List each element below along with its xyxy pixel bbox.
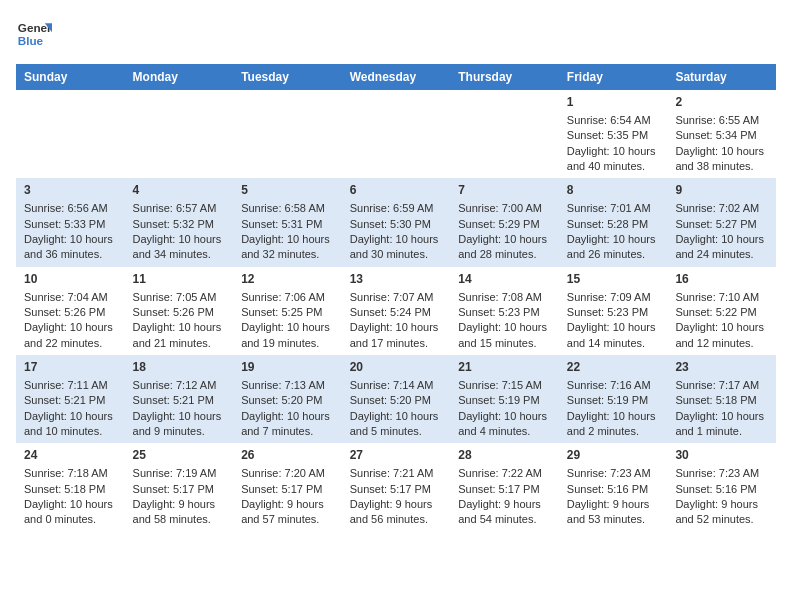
day-info: Sunrise: 7:01 AM — [567, 201, 660, 216]
header-tuesday: Tuesday — [233, 64, 342, 90]
day-info: Daylight: 10 hours and 24 minutes. — [675, 232, 768, 263]
day-number: 10 — [24, 271, 117, 288]
day-number: 11 — [133, 271, 226, 288]
day-info: Sunset: 5:20 PM — [241, 393, 334, 408]
day-info: Daylight: 9 hours and 57 minutes. — [241, 497, 334, 528]
day-info: Sunrise: 7:16 AM — [567, 378, 660, 393]
day-info: Daylight: 10 hours and 1 minute. — [675, 409, 768, 440]
day-info: Daylight: 9 hours and 54 minutes. — [458, 497, 551, 528]
logo-icon: General Blue — [16, 16, 52, 52]
day-info: Sunset: 5:28 PM — [567, 217, 660, 232]
day-info: Daylight: 10 hours and 9 minutes. — [133, 409, 226, 440]
calendar-cell: 19Sunrise: 7:13 AMSunset: 5:20 PMDayligh… — [233, 355, 342, 443]
day-info: Daylight: 10 hours and 10 minutes. — [24, 409, 117, 440]
calendar-cell — [16, 90, 125, 178]
day-info: Sunrise: 7:10 AM — [675, 290, 768, 305]
day-number: 3 — [24, 182, 117, 199]
calendar-cell — [233, 90, 342, 178]
day-info: Sunrise: 7:14 AM — [350, 378, 443, 393]
day-info: Daylight: 10 hours and 17 minutes. — [350, 320, 443, 351]
calendar-week-row: 1Sunrise: 6:54 AMSunset: 5:35 PMDaylight… — [16, 90, 776, 178]
day-info: Sunset: 5:25 PM — [241, 305, 334, 320]
day-info: Sunrise: 7:23 AM — [567, 466, 660, 481]
day-info: Daylight: 10 hours and 5 minutes. — [350, 409, 443, 440]
day-number: 15 — [567, 271, 660, 288]
day-info: Sunset: 5:19 PM — [458, 393, 551, 408]
day-info: Sunrise: 7:12 AM — [133, 378, 226, 393]
day-info: Sunset: 5:23 PM — [567, 305, 660, 320]
day-info: Sunset: 5:35 PM — [567, 128, 660, 143]
day-info: Sunset: 5:16 PM — [567, 482, 660, 497]
day-info: Sunset: 5:20 PM — [350, 393, 443, 408]
day-info: Sunset: 5:33 PM — [24, 217, 117, 232]
day-info: Sunset: 5:17 PM — [350, 482, 443, 497]
day-info: Daylight: 9 hours and 58 minutes. — [133, 497, 226, 528]
calendar-cell: 15Sunrise: 7:09 AMSunset: 5:23 PMDayligh… — [559, 267, 668, 355]
header-thursday: Thursday — [450, 64, 559, 90]
day-info: Sunrise: 7:09 AM — [567, 290, 660, 305]
day-info: Sunset: 5:17 PM — [458, 482, 551, 497]
day-info: Sunset: 5:18 PM — [24, 482, 117, 497]
day-info: Sunrise: 7:15 AM — [458, 378, 551, 393]
calendar-cell: 16Sunrise: 7:10 AMSunset: 5:22 PMDayligh… — [667, 267, 776, 355]
calendar-cell: 20Sunrise: 7:14 AMSunset: 5:20 PMDayligh… — [342, 355, 451, 443]
day-info: Sunset: 5:17 PM — [133, 482, 226, 497]
day-info: Sunset: 5:16 PM — [675, 482, 768, 497]
day-info: Daylight: 10 hours and 22 minutes. — [24, 320, 117, 351]
day-info: Sunrise: 7:11 AM — [24, 378, 117, 393]
day-number: 27 — [350, 447, 443, 464]
day-number: 2 — [675, 94, 768, 111]
calendar-cell: 5Sunrise: 6:58 AMSunset: 5:31 PMDaylight… — [233, 178, 342, 266]
calendar-cell: 1Sunrise: 6:54 AMSunset: 5:35 PMDaylight… — [559, 90, 668, 178]
svg-text:Blue: Blue — [18, 34, 44, 47]
calendar-cell: 10Sunrise: 7:04 AMSunset: 5:26 PMDayligh… — [16, 267, 125, 355]
day-number: 25 — [133, 447, 226, 464]
calendar-cell: 2Sunrise: 6:55 AMSunset: 5:34 PMDaylight… — [667, 90, 776, 178]
calendar-cell: 21Sunrise: 7:15 AMSunset: 5:19 PMDayligh… — [450, 355, 559, 443]
day-number: 8 — [567, 182, 660, 199]
day-info: Sunrise: 6:54 AM — [567, 113, 660, 128]
day-number: 20 — [350, 359, 443, 376]
calendar-table: SundayMondayTuesdayWednesdayThursdayFrid… — [16, 64, 776, 532]
calendar-cell: 17Sunrise: 7:11 AMSunset: 5:21 PMDayligh… — [16, 355, 125, 443]
day-number: 16 — [675, 271, 768, 288]
calendar-cell: 3Sunrise: 6:56 AMSunset: 5:33 PMDaylight… — [16, 178, 125, 266]
day-info: Daylight: 10 hours and 34 minutes. — [133, 232, 226, 263]
calendar-cell: 29Sunrise: 7:23 AMSunset: 5:16 PMDayligh… — [559, 443, 668, 531]
calendar-header-row: SundayMondayTuesdayWednesdayThursdayFrid… — [16, 64, 776, 90]
day-info: Sunrise: 6:55 AM — [675, 113, 768, 128]
day-number: 19 — [241, 359, 334, 376]
day-info: Sunrise: 6:58 AM — [241, 201, 334, 216]
day-info: Daylight: 10 hours and 36 minutes. — [24, 232, 117, 263]
day-info: Sunrise: 6:57 AM — [133, 201, 226, 216]
day-info: Sunrise: 7:18 AM — [24, 466, 117, 481]
calendar-cell: 18Sunrise: 7:12 AMSunset: 5:21 PMDayligh… — [125, 355, 234, 443]
day-info: Daylight: 10 hours and 2 minutes. — [567, 409, 660, 440]
calendar-cell — [342, 90, 451, 178]
day-number: 13 — [350, 271, 443, 288]
day-number: 9 — [675, 182, 768, 199]
calendar-cell: 12Sunrise: 7:06 AMSunset: 5:25 PMDayligh… — [233, 267, 342, 355]
day-info: Sunrise: 7:07 AM — [350, 290, 443, 305]
day-number: 6 — [350, 182, 443, 199]
calendar-cell — [125, 90, 234, 178]
calendar-cell: 9Sunrise: 7:02 AMSunset: 5:27 PMDaylight… — [667, 178, 776, 266]
calendar-cell — [450, 90, 559, 178]
day-info: Sunset: 5:32 PM — [133, 217, 226, 232]
day-info: Sunset: 5:18 PM — [675, 393, 768, 408]
calendar-week-row: 10Sunrise: 7:04 AMSunset: 5:26 PMDayligh… — [16, 267, 776, 355]
day-info: Sunrise: 7:04 AM — [24, 290, 117, 305]
day-info: Daylight: 10 hours and 12 minutes. — [675, 320, 768, 351]
calendar-cell: 28Sunrise: 7:22 AMSunset: 5:17 PMDayligh… — [450, 443, 559, 531]
day-number: 28 — [458, 447, 551, 464]
day-number: 29 — [567, 447, 660, 464]
calendar-cell: 6Sunrise: 6:59 AMSunset: 5:30 PMDaylight… — [342, 178, 451, 266]
day-info: Daylight: 10 hours and 21 minutes. — [133, 320, 226, 351]
day-info: Sunset: 5:17 PM — [241, 482, 334, 497]
page-header: General Blue — [16, 16, 776, 52]
calendar-cell: 22Sunrise: 7:16 AMSunset: 5:19 PMDayligh… — [559, 355, 668, 443]
day-info: Daylight: 10 hours and 28 minutes. — [458, 232, 551, 263]
day-info: Daylight: 10 hours and 4 minutes. — [458, 409, 551, 440]
day-info: Sunset: 5:30 PM — [350, 217, 443, 232]
day-number: 4 — [133, 182, 226, 199]
